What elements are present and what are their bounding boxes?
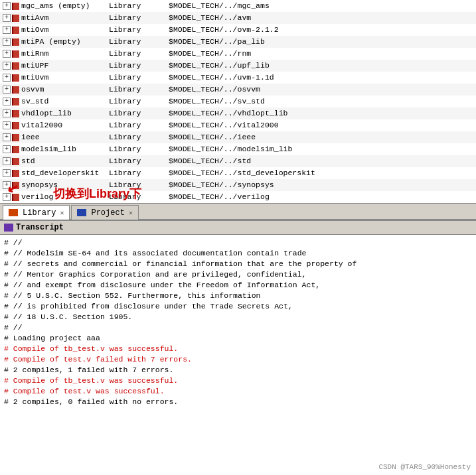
lib-name-cell[interactable]: + mtiOvm — [0, 24, 106, 36]
transcript-line: # // — [4, 322, 472, 333]
table-row[interactable]: + mtiAvm Library $MODEL_TECH/../avm — [0, 12, 476, 24]
lib-name-cell[interactable]: + mtiPA (empty) — [0, 36, 106, 48]
lib-path-cell: $MODEL_TECH/../vhdlopt_lib — [166, 107, 476, 119]
lib-name-cell[interactable]: + mtiAvm — [0, 12, 106, 24]
lib-name-cell[interactable]: + osvvm — [0, 84, 106, 96]
lib-path-cell: $MODEL_TECH/../sv_std — [166, 96, 476, 107]
transcript-panel: Transcript # //# // ModelSim SE-64 and i… — [0, 220, 476, 475]
lib-path-cell: $MODEL_TECH/../uvm-1.1d — [166, 72, 476, 84]
table-row[interactable]: + mtiRnm Library $MODEL_TECH/../rnm — [0, 48, 476, 60]
transcript-line: # Compile of test.v failed with 7 errors… — [4, 354, 472, 365]
table-row[interactable]: + vhdlopt_lib Library $MODEL_TECH/../vhd… — [0, 107, 476, 119]
lib-path-cell: $MODEL_TECH/../upf_lib — [166, 60, 476, 72]
lib-icon — [12, 98, 19, 105]
table-row[interactable]: + mtiUvm Library $MODEL_TECH/../uvm-1.1d — [0, 72, 476, 84]
transcript-line: # 2 compiles, 0 failed with no errors. — [4, 397, 472, 407]
lib-name: verilog — [21, 191, 53, 203]
lib-icon — [12, 146, 19, 153]
tab-bar: Library ✕ Project ✕ — [0, 203, 476, 220]
watermark: CSDN @TARS_90%Honesty — [378, 463, 471, 471]
transcript-line: # Loading project aaa — [4, 333, 472, 344]
lib-name-cell[interactable]: + verilog — [0, 191, 106, 203]
expand-icon[interactable]: + — [3, 86, 11, 94]
lib-name: mtiUPF — [21, 60, 48, 72]
table-row[interactable]: + vital2000 Library $MODEL_TECH/../vital… — [0, 119, 476, 131]
lib-name: mtiRnm — [21, 48, 48, 60]
expand-icon[interactable]: + — [3, 121, 11, 129]
tab-icon — [9, 209, 18, 216]
lib-name-cell[interactable]: + vhdlopt_lib — [0, 107, 106, 119]
expand-icon[interactable]: + — [3, 14, 11, 22]
table-row[interactable]: + std Library $MODEL_TECH/../std — [0, 155, 476, 167]
table-row[interactable]: + synopsys Library $MODEL_TECH/../synops… — [0, 179, 476, 191]
lib-path-cell: $MODEL_TECH/../mgc_ams — [166, 0, 476, 12]
table-row[interactable]: + mgc_ams (empty) Library $MODEL_TECH/..… — [0, 0, 476, 12]
lib-path-cell: $MODEL_TECH/../synopsys — [166, 179, 476, 191]
lib-name-cell[interactable]: + std_developerskit — [0, 167, 106, 179]
expand-icon[interactable]: + — [3, 50, 11, 58]
lib-type-cell: Library — [106, 131, 166, 143]
lib-path-cell: $MODEL_TECH/../std_developerskit — [166, 167, 476, 179]
lib-type-cell: Library — [106, 155, 166, 167]
lib-icon — [12, 182, 19, 189]
expand-icon[interactable]: + — [3, 109, 11, 117]
expand-icon[interactable]: + — [3, 181, 11, 189]
transcript-header: Transcript — [0, 220, 476, 235]
library-scroll[interactable]: + mgc_ams (empty) Library $MODEL_TECH/..… — [0, 0, 476, 203]
table-row[interactable]: + osvvm Library $MODEL_TECH/../osvvm — [0, 84, 476, 96]
transcript-line: # // Mentor Graphics Corporation and are… — [4, 269, 472, 280]
expand-icon[interactable]: + — [3, 62, 11, 70]
transcript-line: # // 5 U.S.C. Section 552. Furthermore, … — [4, 291, 472, 301]
lib-name-cell[interactable]: + modelsim_lib — [0, 143, 106, 155]
lib-name-cell[interactable]: + ieee — [0, 131, 106, 143]
lib-type-cell: Library — [106, 60, 166, 72]
expand-icon[interactable]: + — [3, 157, 11, 165]
lib-type-cell: Library — [106, 191, 166, 203]
lib-name-cell[interactable]: + vital2000 — [0, 119, 106, 131]
expand-icon[interactable]: + — [3, 133, 11, 141]
lib-name-cell[interactable]: + sv_std — [0, 96, 106, 107]
transcript-line: # // 18 U.S.C. Section 1905. — [4, 312, 472, 322]
table-row[interactable]: + sv_std Library $MODEL_TECH/../sv_std — [0, 96, 476, 107]
expand-icon[interactable]: + — [3, 145, 11, 153]
expand-icon[interactable]: + — [3, 193, 11, 201]
lib-icon — [12, 74, 19, 82]
lib-path-cell: $MODEL_TECH/../vital2000 — [166, 119, 476, 131]
lib-name: vhdlopt_lib — [21, 107, 72, 119]
tab-close-icon[interactable]: ✕ — [129, 209, 133, 217]
table-row[interactable]: + ieee Library $MODEL_TECH/../ieee — [0, 131, 476, 143]
lib-type-cell: Library — [106, 107, 166, 119]
table-row[interactable]: + mtiPA (empty) Library $MODEL_TECH/../p… — [0, 36, 476, 48]
lib-name: sv_std — [21, 96, 48, 107]
lib-name-cell[interactable]: + mtiUvm — [0, 72, 106, 84]
expand-icon[interactable]: + — [3, 74, 11, 82]
lib-icon — [12, 27, 19, 34]
lib-name-cell[interactable]: + mtiRnm — [0, 48, 106, 60]
expand-icon[interactable]: + — [3, 26, 11, 34]
expand-icon[interactable]: + — [3, 38, 11, 46]
expand-icon[interactable]: + — [3, 98, 11, 105]
table-row[interactable]: + std_developerskit Library $MODEL_TECH/… — [0, 167, 476, 179]
lib-icon — [12, 134, 19, 141]
main-container: + mgc_ams (empty) Library $MODEL_TECH/..… — [0, 0, 476, 475]
lib-name-cell[interactable]: + mgc_ams (empty) — [0, 0, 106, 12]
tab-project[interactable]: Project ✕ — [71, 205, 138, 220]
lib-name-cell[interactable]: + synopsys — [0, 179, 106, 191]
tab-label: Library — [23, 208, 56, 218]
transcript-title: Transcript — [16, 223, 64, 232]
table-row[interactable]: + mtiUPF Library $MODEL_TECH/../upf_lib — [0, 60, 476, 72]
expand-icon[interactable]: + — [3, 169, 11, 177]
lib-type-cell: Library — [106, 0, 166, 12]
lib-name-cell[interactable]: + mtiUPF — [0, 60, 106, 72]
tab-close-icon[interactable]: ✕ — [60, 209, 64, 217]
library-section: + mgc_ams (empty) Library $MODEL_TECH/..… — [0, 0, 476, 203]
lib-name-cell[interactable]: + std — [0, 155, 106, 167]
expand-icon[interactable]: + — [3, 2, 11, 10]
tab-library[interactable]: Library ✕ — [3, 205, 70, 220]
lib-path-cell: $MODEL_TECH/../verilog — [166, 191, 476, 203]
lib-type-cell: Library — [106, 24, 166, 36]
table-row[interactable]: + mtiOvm Library $MODEL_TECH/../ovm-2.1.… — [0, 24, 476, 36]
table-row[interactable]: + verilog Library $MODEL_TECH/../verilog — [0, 191, 476, 203]
lib-path-cell: $MODEL_TECH/../pa_lib — [166, 36, 476, 48]
table-row[interactable]: + modelsim_lib Library $MODEL_TECH/../mo… — [0, 143, 476, 155]
